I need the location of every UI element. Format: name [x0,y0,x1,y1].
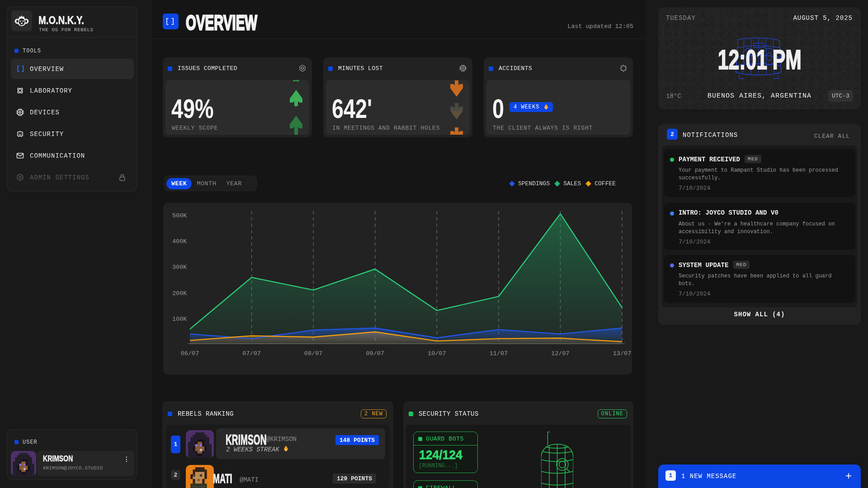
svg-text:10/07: 10/07 [428,350,446,357]
svg-text:13/07: 13/07 [613,350,632,357]
svg-text:100K: 100K [172,316,187,323]
svg-text:07/07: 07/07 [242,350,261,357]
svg-text:200K: 200K [172,290,187,297]
svg-text:400K: 400K [172,238,187,245]
svg-text:500K: 500K [172,212,187,219]
svg-text:06/07: 06/07 [181,350,199,357]
svg-text:09/07: 09/07 [366,350,384,357]
svg-text:300K: 300K [172,264,187,271]
svg-text:11/07: 11/07 [490,350,508,357]
svg-text:08/07: 08/07 [304,350,323,357]
svg-text:12/07: 12/07 [551,350,570,357]
